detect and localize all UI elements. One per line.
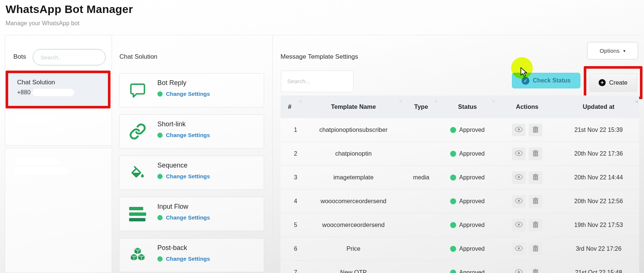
status-cell: Approved xyxy=(439,189,496,213)
status-badge: Approved xyxy=(459,269,485,273)
trash-icon xyxy=(533,150,538,157)
status-dot-icon xyxy=(157,91,163,97)
feature-card-input-flow: Input Flow Change Settings xyxy=(119,197,264,231)
table-row: 7 New OTP Approved 21st Oct 22 15:48 xyxy=(281,261,639,273)
column-header-num[interactable]: #↑↓ xyxy=(281,95,303,118)
row-num: 5 xyxy=(281,213,303,237)
bots-search-input[interactable] xyxy=(33,49,106,65)
status-cell: Approved xyxy=(439,237,496,260)
view-button[interactable] xyxy=(512,243,526,255)
status-dot-icon xyxy=(157,174,163,179)
annotation-red-box-selected-bot: Chat Solution +880 xyxy=(6,71,110,108)
chat-solution-panel-title: Chat Solution xyxy=(119,53,157,61)
view-button[interactable] xyxy=(512,171,526,184)
status-cell: Approved xyxy=(439,118,496,142)
status-dot-icon xyxy=(450,222,456,228)
options-button[interactable]: Options ▾ xyxy=(587,42,638,59)
actions-cell xyxy=(496,213,558,237)
change-settings-link[interactable]: Change Settings xyxy=(166,91,210,97)
feature-card-short-link: Short-link Change Settings xyxy=(119,114,264,149)
template-type xyxy=(404,213,439,237)
feature-label: Short-link xyxy=(157,120,210,128)
bot-list-item-chat-solution[interactable]: Chat Solution +880 xyxy=(8,73,108,106)
status-badge: Approved xyxy=(459,150,485,157)
eye-icon xyxy=(515,222,523,228)
actions-cell xyxy=(496,118,558,142)
column-header-updated-at[interactable]: Updated at↑↓ xyxy=(558,95,639,118)
change-settings-link[interactable]: Change Settings xyxy=(166,173,210,179)
status-dot-icon xyxy=(157,256,163,261)
delete-button[interactable] xyxy=(529,266,542,273)
create-button[interactable]: + Create xyxy=(589,74,637,92)
status-dot-icon xyxy=(157,133,163,138)
eye-icon xyxy=(515,246,523,252)
bot-name: Chat Solution xyxy=(17,79,108,86)
sort-icon: ↑↓ xyxy=(635,99,637,103)
eye-icon xyxy=(515,198,523,205)
column-header-template-name[interactable]: Template Name↑↓ xyxy=(303,95,404,118)
status-cell: Approved xyxy=(439,142,496,165)
table-header-row: #↑↓ Template Name↑↓ Type↑↓ Status↑↓ Acti… xyxy=(281,95,639,118)
panel-top-border xyxy=(112,35,640,35)
change-settings-link[interactable]: Change Settings xyxy=(166,132,210,138)
trash-icon xyxy=(533,198,538,205)
status-cell: Approved xyxy=(439,166,496,189)
eye-icon xyxy=(515,127,523,133)
status-badge: Approved xyxy=(459,174,485,181)
column-header-actions[interactable]: Actions xyxy=(496,95,558,118)
delete-button[interactable] xyxy=(529,171,542,184)
trash-icon xyxy=(533,221,538,229)
delete-button[interactable] xyxy=(529,219,542,231)
table-row: 1 chatpionoptionsubscriber Approved 21st… xyxy=(281,118,639,142)
bot-phone: +880 xyxy=(17,89,108,96)
row-num: 4 xyxy=(281,189,303,213)
check-status-button[interactable]: ✓ Check Status xyxy=(512,73,580,88)
status-dot-icon xyxy=(450,246,456,252)
row-num: 1 xyxy=(281,118,303,142)
change-settings-link[interactable]: Change Settings xyxy=(166,214,210,221)
template-search-input[interactable] xyxy=(281,71,353,92)
feature-card-post-back: Post-back Change Settings xyxy=(119,238,264,272)
template-type xyxy=(404,142,439,165)
check-circle-icon: ✓ xyxy=(522,77,529,85)
redacted-text xyxy=(13,167,69,175)
template-type xyxy=(404,237,439,260)
change-settings-link[interactable]: Change Settings xyxy=(166,256,210,262)
redacted-text xyxy=(15,157,59,165)
template-name: chatpionoptionsubscriber xyxy=(303,118,404,142)
actions-cell xyxy=(496,142,558,165)
delete-button[interactable] xyxy=(529,243,542,255)
sort-icon: ↑↓ xyxy=(492,99,494,103)
column-header-status[interactable]: Status↑↓ xyxy=(439,95,496,118)
trash-icon xyxy=(533,269,538,273)
delete-button[interactable] xyxy=(529,147,542,160)
status-dot-icon xyxy=(450,151,456,157)
row-num: 7 xyxy=(281,261,303,273)
view-button[interactable] xyxy=(512,147,526,160)
table-row: 6 Price Approved 3rd Nov 22 17:26 xyxy=(281,237,639,261)
status-dot-icon xyxy=(450,175,456,181)
view-button[interactable] xyxy=(512,266,526,273)
actions-cell xyxy=(496,166,558,189)
status-cell: Approved xyxy=(439,261,496,273)
updated-at: 21st Nov 22 15:39 xyxy=(558,118,639,142)
feature-label: Post-back xyxy=(157,244,210,252)
view-button[interactable] xyxy=(512,195,526,208)
column-header-type[interactable]: Type↑↓ xyxy=(404,95,439,118)
updated-at: 3rd Nov 22 17:26 xyxy=(558,237,639,260)
templates-panel-title: Message Template Settings xyxy=(281,53,358,61)
list-lines-icon xyxy=(129,205,147,223)
delete-button[interactable] xyxy=(529,124,542,136)
trash-icon xyxy=(533,174,538,181)
view-button[interactable] xyxy=(512,219,526,231)
delete-button[interactable] xyxy=(529,195,542,208)
status-dot-icon xyxy=(450,127,456,133)
speech-bubble-icon xyxy=(129,81,147,99)
paint-bucket-icon xyxy=(129,164,147,182)
table-row: 2 chatpionoptin Approved 20th Nov 22 17:… xyxy=(281,142,639,166)
caret-down-icon: ▾ xyxy=(623,48,625,53)
status-badge: Approved xyxy=(459,222,485,228)
view-button[interactable] xyxy=(512,124,526,136)
template-type xyxy=(404,261,439,273)
feature-card-sequence: Sequence Change Settings xyxy=(119,156,264,190)
